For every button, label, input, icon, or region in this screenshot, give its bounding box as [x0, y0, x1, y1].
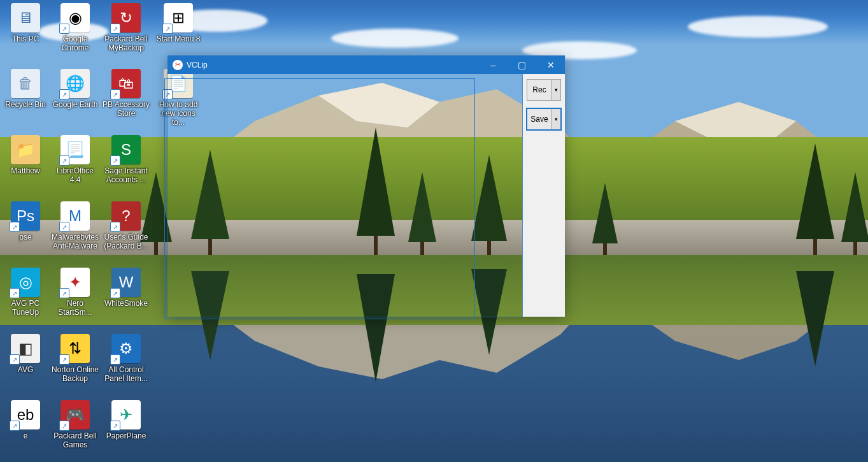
- maximize-button[interactable]: ▢: [508, 55, 536, 74]
- desktop-icon-libreoffice[interactable]: 📃↗LibreOffice 4.4: [51, 135, 99, 184]
- desktop-icon-label: AVG PC TuneUp: [1, 299, 50, 317]
- desktop-icon-sage-instant[interactable]: S↗Sage Instant Accounts ...: [102, 135, 150, 184]
- shortcut-overlay-icon: ↗: [10, 288, 20, 298]
- desktop-icon-label: Packard Bell MyBackup: [102, 34, 150, 52]
- malwarebytes-icon: M↗: [60, 201, 90, 231]
- shortcut-overlay-icon: ↗: [59, 155, 69, 166]
- desktop-icon-label: pse: [19, 233, 31, 242]
- rec-button-label: Rec: [527, 80, 551, 100]
- vclip-window[interactable]: ✂ VCLip – ▢ ✕ Rec ▾ Save ▾: [167, 55, 565, 317]
- selection-rectangle: [164, 78, 475, 319]
- google-earth-icon: 🌐↗: [60, 69, 90, 98]
- desktop-icon-matthew[interactable]: 📁Matthew: [1, 135, 50, 175]
- save-button[interactable]: Save ▾: [527, 108, 561, 130]
- desktop-icon-google-earth[interactable]: 🌐↗Google Earth: [51, 69, 99, 109]
- desktop-icon-malwarebytes[interactable]: M↗Malwarebytes Anti-Malware: [51, 201, 99, 250]
- desktop-icon-label: Matthew: [11, 166, 39, 175]
- shortcut-overlay-icon: ↗: [59, 421, 69, 431]
- shortcut-overlay-icon: ↗: [10, 222, 20, 232]
- desktop-icon-start-menu-8[interactable]: ⊞↗Start Menu 8: [154, 3, 203, 43]
- paperplane-icon: ✈↗: [111, 400, 141, 430]
- minimize-button[interactable]: –: [479, 55, 508, 74]
- desktop-icon-label: e: [24, 431, 28, 440]
- matthew-icon: 📁: [11, 135, 40, 164]
- desktop-icon-avg-tuneup[interactable]: ◎↗AVG PC TuneUp: [1, 268, 50, 317]
- google-chrome-icon: ◉↗: [60, 3, 90, 32]
- desktop-icon-nero[interactable]: ✦↗Nero StartSm...: [51, 268, 99, 317]
- desktop-icon-recycle-bin[interactable]: 🗑Recycle Bin: [1, 69, 50, 109]
- desktop-icon-control-panel[interactable]: ⚙↗All Control Panel Item...: [102, 334, 150, 383]
- avg-icon: ◧↗: [11, 334, 40, 363]
- norton-backup-icon: ⇅↗: [60, 334, 90, 363]
- shortcut-overlay-icon: ↗: [10, 354, 20, 365]
- window-title: VCLip: [187, 61, 208, 69]
- shortcut-overlay-icon: ↗: [10, 421, 20, 431]
- desktop-icon-label: Recycle Bin: [5, 100, 45, 109]
- control-panel-icon: ⚙↗: [111, 334, 141, 363]
- whitesmoke-icon: W↗: [111, 268, 141, 297]
- desktop-icon-pse[interactable]: Ps↗pse: [1, 201, 50, 242]
- libreoffice-icon: 📃↗: [60, 135, 90, 164]
- shortcut-overlay-icon: ↗: [59, 24, 69, 34]
- e-ebay-icon: eb↗: [11, 400, 40, 430]
- sage-instant-icon: S↗: [111, 135, 141, 164]
- desktop-icon-label: Google Earth: [53, 100, 98, 109]
- desktop-icon-pb-games[interactable]: 🎮↗Packard Bell Games: [51, 400, 99, 449]
- rec-button[interactable]: Rec ▾: [527, 79, 561, 101]
- shortcut-overlay-icon: ↗: [110, 222, 120, 232]
- nero-icon: ✦↗: [60, 268, 90, 297]
- desktop-icon-label: Norton Online Backup: [51, 365, 99, 383]
- desktop-icon-users-guide[interactable]: ?↗User's Guide (Packard B...: [102, 201, 150, 250]
- window-body: Rec ▾ Save ▾: [167, 74, 565, 317]
- shortcut-overlay-icon: ↗: [59, 354, 69, 365]
- start-menu-8-icon: ⊞↗: [164, 3, 193, 32]
- shortcut-overlay-icon: ↗: [162, 24, 173, 34]
- desktop-icon-google-chrome[interactable]: ◉↗Google Chrome: [51, 3, 99, 52]
- desktop-icon-pb-accessory-store[interactable]: 🛍↗PB Accessory Store: [102, 69, 150, 118]
- packard-bell-mybackup-icon: ↻↗: [111, 3, 141, 32]
- shortcut-overlay-icon: ↗: [110, 354, 120, 365]
- desktop-icon-norton-backup[interactable]: ⇅↗Norton Online Backup: [51, 334, 99, 383]
- shortcut-overlay-icon: ↗: [110, 24, 120, 34]
- desktop-icon-e-ebay[interactable]: eb↗e: [1, 400, 50, 440]
- shortcut-overlay-icon: ↗: [59, 89, 69, 99]
- desktop-icon-label: Packard Bell Games: [51, 431, 99, 449]
- shortcut-overlay-icon: ↗: [110, 421, 120, 431]
- desktop-icon-label: LibreOffice 4.4: [51, 166, 99, 184]
- desktop-icon-label: Malwarebytes Anti-Malware: [51, 233, 99, 250]
- desktop-icon-label: AVG: [18, 365, 33, 374]
- shortcut-overlay-icon: ↗: [110, 89, 120, 99]
- side-panel: Rec ▾ Save ▾: [522, 74, 565, 317]
- desktop-icon-this-pc[interactable]: 🖥This PC: [1, 3, 50, 43]
- desktop-icon-label: User's Guide (Packard B...: [102, 233, 150, 250]
- desktop-icon-label: Sage Instant Accounts ...: [102, 166, 150, 184]
- close-button[interactable]: ✕: [536, 55, 565, 74]
- vclip-app-icon: ✂: [173, 60, 183, 70]
- desktop-icon-paperplane[interactable]: ✈↗PaperPlane: [102, 400, 150, 440]
- capture-region[interactable]: [167, 74, 522, 317]
- desktop-icon-avg[interactable]: ◧↗AVG: [1, 334, 50, 374]
- desktop-icon-label: Nero StartSm...: [51, 299, 99, 317]
- titlebar[interactable]: ✂ VCLip – ▢ ✕: [167, 55, 565, 74]
- shortcut-overlay-icon: ↗: [110, 155, 120, 166]
- recycle-bin-icon: 🗑: [11, 69, 40, 98]
- desktop-icon-label: Start Menu 8: [157, 34, 201, 43]
- save-dropdown[interactable]: ▾: [551, 109, 560, 129]
- shortcut-overlay-icon: ↗: [59, 222, 69, 232]
- desktop-icon-label: Google Chrome: [51, 34, 99, 52]
- this-pc-icon: 🖥: [11, 3, 40, 32]
- shortcut-overlay-icon: ↗: [110, 288, 120, 298]
- pse-icon: Ps↗: [11, 201, 40, 231]
- desktop-icon-label: All Control Panel Item...: [102, 365, 150, 383]
- save-button-label: Save: [527, 109, 551, 129]
- rec-dropdown[interactable]: ▾: [551, 80, 560, 100]
- desktop-icon-whitesmoke[interactable]: W↗WhiteSmoke: [102, 268, 150, 308]
- desktop-icon-label: PaperPlane: [106, 431, 146, 440]
- shortcut-overlay-icon: ↗: [59, 288, 69, 298]
- desktop-icon-label: PB Accessory Store: [102, 100, 150, 118]
- avg-tuneup-icon: ◎↗: [11, 268, 40, 297]
- desktop-icon-label: This PC: [12, 34, 39, 43]
- pb-games-icon: 🎮↗: [60, 400, 90, 430]
- users-guide-icon: ?↗: [111, 201, 141, 231]
- desktop-icon-packard-bell-mybackup[interactable]: ↻↗Packard Bell MyBackup: [102, 3, 150, 52]
